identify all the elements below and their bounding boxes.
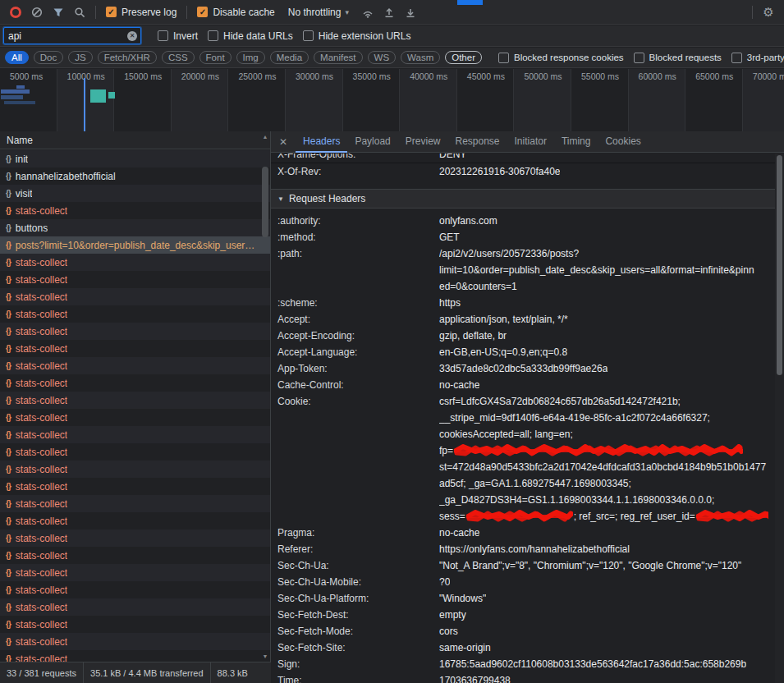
request-row[interactable]: {}stats-collect: [0, 478, 270, 495]
request-row[interactable]: {}stats-collect: [0, 616, 270, 633]
tab-payload[interactable]: Payload: [347, 131, 397, 153]
scroll-down-icon[interactable]: ▼: [260, 653, 270, 659]
request-row[interactable]: {}stats-collect: [0, 633, 270, 650]
request-row[interactable]: {}visit: [0, 185, 270, 202]
network-conditions-icon[interactable]: [357, 3, 378, 21]
filter-chip-manifest[interactable]: Manifest: [314, 51, 362, 64]
request-row[interactable]: {}stats-collect: [0, 202, 270, 219]
script-file-icon: {}: [6, 465, 11, 474]
divider: [186, 6, 187, 19]
details-scrollbar[interactable]: [775, 154, 784, 683]
disable-cache-label: Disable cache: [213, 7, 274, 18]
timeline-column: 60000 ms: [629, 69, 686, 131]
request-name: stats-collect: [16, 516, 67, 527]
clear-icon[interactable]: [26, 3, 48, 21]
blocked-response-cookies-checkbox[interactable]: ✓ Blocked response cookies: [498, 53, 624, 63]
filter-chip-js[interactable]: JS: [68, 51, 92, 64]
request-row[interactable]: {}posts?limit=10&order=publish_date_desc…: [0, 236, 270, 254]
filter-chip-font[interactable]: Font: [199, 51, 232, 64]
filter-chip-ws[interactable]: WS: [368, 51, 397, 64]
tab-initiator[interactable]: Initiator: [507, 131, 554, 153]
name-column-header[interactable]: Name: [0, 131, 270, 149]
request-row[interactable]: {}stats-collect: [0, 598, 270, 616]
request-row[interactable]: {}hannahelizabethofficial: [0, 167, 270, 185]
third-party-requests-checkbox[interactable]: ✓ 3rd-party requests: [731, 53, 784, 63]
timeline-column: 15000 ms: [114, 69, 172, 131]
filter-chip-other[interactable]: Other: [445, 51, 482, 64]
header-name: X-Of-Rev:: [277, 163, 439, 180]
scrollbar-thumb[interactable]: [262, 167, 268, 237]
request-row[interactable]: {}stats-collect: [0, 529, 270, 547]
request-row[interactable]: {}stats-collect: [0, 357, 270, 374]
header-value: 202312261916-30670fa40e: [439, 163, 560, 180]
filter-chip-doc[interactable]: Doc: [34, 51, 63, 64]
request-headers-section[interactable]: ▼ Request Headers: [271, 189, 775, 209]
close-icon[interactable]: ✕: [271, 136, 296, 148]
request-row[interactable]: {}stats-collect: [0, 340, 270, 357]
request-row[interactable]: {}stats-collect: [0, 392, 270, 409]
filter-chip-css[interactable]: CSS: [162, 51, 195, 64]
tab-cookies[interactable]: Cookies: [598, 131, 648, 153]
header-row: Time:1703636799438: [271, 672, 775, 683]
request-row[interactable]: {}stats-collect: [0, 581, 270, 598]
filter-input[interactable]: [4, 30, 127, 42]
preserve-log-checkbox[interactable]: ✓ Preserve log: [106, 7, 177, 18]
tab-timing[interactable]: Timing: [554, 131, 598, 153]
value-text: no-cache: [439, 527, 479, 539]
blocked-requests-checkbox[interactable]: ✓ Blocked requests: [634, 53, 722, 63]
script-file-icon: {}: [6, 258, 11, 267]
request-row[interactable]: {}stats-collect: [0, 495, 270, 512]
request-row[interactable]: {}stats-collect: [0, 443, 270, 461]
request-list-scrollbar[interactable]: ▲ ▼: [260, 132, 270, 661]
request-row[interactable]: {}stats-collect: [0, 547, 270, 564]
request-row[interactable]: {}stats-collect: [0, 374, 270, 392]
request-row[interactable]: {}stats-collect: [0, 512, 270, 529]
header-name: :method:: [277, 229, 439, 245]
network-overview-timeline[interactable]: 5000 ms10000 ms15000 ms20000 ms25000 ms3…: [0, 69, 784, 132]
search-icon[interactable]: [69, 3, 90, 21]
filter-chip-media[interactable]: Media: [270, 51, 309, 64]
request-row[interactable]: {}init: [0, 150, 270, 167]
request-row[interactable]: {}stats-collect: [0, 288, 270, 305]
filter-chip-fetch-xhr[interactable]: Fetch/XHR: [98, 51, 157, 64]
request-row[interactable]: {}buttons: [0, 219, 270, 236]
scrollbar-thumb[interactable]: [777, 155, 782, 375]
value-text: gzip, deflate, br: [439, 330, 507, 342]
header-name: Sec-Ch-Ua:: [277, 557, 439, 574]
throttling-select[interactable]: No throttling ▾: [288, 7, 349, 18]
hide-extension-urls-checkbox[interactable]: ✓ Hide extension URLs: [303, 30, 411, 42]
settings-gear-icon[interactable]: ⚙: [758, 3, 779, 21]
clear-filter-icon[interactable]: ✕: [127, 31, 137, 41]
request-row[interactable]: {}stats-collect: [0, 323, 270, 340]
tab-headers[interactable]: Headers: [296, 131, 347, 153]
timeline-column: 40000 ms: [400, 69, 457, 131]
request-row[interactable]: {}stats-collect: [0, 305, 270, 323]
import-har-icon[interactable]: [378, 3, 400, 21]
request-row[interactable]: {}stats-collect: [0, 461, 270, 478]
scroll-up-icon[interactable]: ▲: [260, 134, 270, 140]
invert-checkbox[interactable]: ✓ Invert: [158, 30, 198, 42]
tab-response[interactable]: Response: [447, 131, 507, 153]
filter-chip-img[interactable]: Img: [236, 51, 265, 64]
request-row[interactable]: {}stats-collect: [0, 564, 270, 581]
value-text: ?0: [439, 576, 450, 588]
filter-chip-wasm[interactable]: Wasm: [401, 51, 440, 64]
request-row[interactable]: {}stats-collect: [0, 254, 270, 271]
request-name: stats-collect: [16, 498, 67, 510]
request-row[interactable]: {}stats-collect: [0, 426, 270, 443]
hide-data-urls-checkbox[interactable]: ✓ Hide data URLs: [208, 30, 293, 42]
timeline-tick-label: 5000 ms: [10, 71, 43, 81]
export-har-icon[interactable]: [400, 3, 421, 21]
request-name: stats-collect: [16, 429, 67, 441]
request-row[interactable]: {}stats-collect: [0, 650, 270, 662]
value-text: sess=: [439, 511, 465, 522]
tab-preview[interactable]: Preview: [398, 131, 448, 153]
request-row[interactable]: {}stats-collect: [0, 271, 270, 288]
filter-chip-all[interactable]: All: [5, 51, 29, 64]
script-file-icon: {}: [6, 154, 11, 163]
request-row[interactable]: {}stats-collect: [0, 409, 270, 426]
request-name: stats-collect: [16, 567, 67, 579]
filter-icon[interactable]: [48, 3, 69, 21]
record-icon[interactable]: [5, 3, 26, 21]
disable-cache-checkbox[interactable]: ✓ Disable cache: [197, 7, 274, 18]
